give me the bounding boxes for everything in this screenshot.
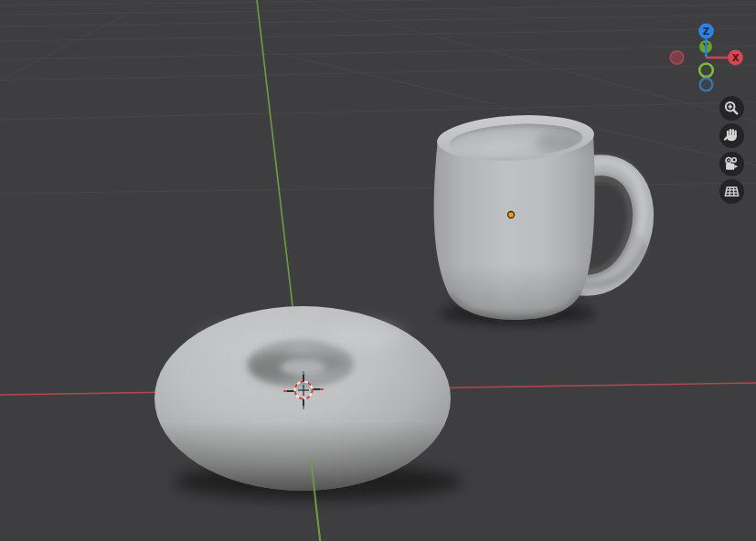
scene-canvas[interactable] (0, 0, 756, 541)
gizmo-z-label: Z (703, 27, 709, 37)
camera-view-button[interactable] (719, 152, 744, 176)
movie-camera-icon (719, 152, 744, 176)
pan-button[interactable] (719, 123, 744, 148)
perspective-toggle-button[interactable] (719, 179, 744, 204)
mug-body (434, 133, 595, 320)
mug-origin-point (508, 212, 515, 218)
3d-viewport[interactable]: X Y Z (0, 0, 756, 541)
gizmo-x-label: X (732, 53, 740, 63)
grid-plane-icon (719, 179, 744, 204)
gizmo-axis-neg-y-button[interactable] (699, 64, 713, 78)
gizmo-axis-neg-x-button[interactable] (670, 51, 683, 64)
magnifier-plus-icon (719, 96, 744, 121)
hand-icon (719, 123, 744, 148)
zoom-button[interactable] (719, 96, 744, 121)
gizmo-axis-x-button[interactable]: X (728, 50, 743, 66)
gizmo-axis-z-button[interactable]: Z (698, 24, 714, 39)
gizmo-axis-neg-z-button[interactable] (700, 79, 713, 91)
navigation-gizmo[interactable]: X Y Z (663, 16, 754, 101)
